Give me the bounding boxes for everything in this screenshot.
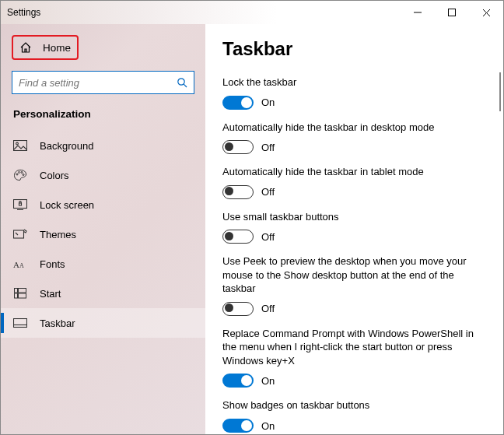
- svg-text:A: A: [19, 262, 24, 269]
- nav: Background Colors: [1, 131, 205, 338]
- toggle-state: Off: [261, 142, 275, 153]
- option: Automatically hide the taskbar in tablet…: [222, 165, 486, 199]
- toggle-switch[interactable]: [222, 96, 254, 110]
- close-button[interactable]: [469, 1, 503, 24]
- search-wrap: [12, 71, 194, 108]
- option-label: Use small taskbar buttons: [222, 210, 486, 224]
- body: Home Personalization: [1, 24, 503, 434]
- option: Show badges on taskbar buttonsOn: [222, 398, 486, 433]
- sidebar-item-start[interactable]: Start: [1, 279, 205, 308]
- svg-line-5: [184, 84, 187, 87]
- toggle-state: On: [261, 420, 275, 432]
- svg-point-4: [178, 79, 184, 85]
- sidebar-item-lock-screen[interactable]: Lock screen: [1, 190, 205, 219]
- svg-rect-1: [449, 9, 456, 16]
- option-label: Automatically hide the taskbar in tablet…: [222, 165, 486, 179]
- option-label: Automatically hide the taskbar in deskto…: [222, 121, 486, 135]
- home-label: Home: [43, 42, 71, 54]
- option: Replace Command Prompt with Windows Powe…: [222, 327, 486, 388]
- sidebar-item-label: Taskbar: [40, 317, 75, 329]
- lock-screen-icon: [13, 198, 27, 212]
- fonts-icon: AA: [13, 257, 27, 271]
- option: Lock the taskbarOn: [222, 75, 486, 110]
- home-button[interactable]: Home: [12, 35, 79, 60]
- home-icon: [19, 41, 32, 54]
- toggle-switch[interactable]: [222, 374, 254, 388]
- search-box[interactable]: [12, 71, 194, 94]
- toggle-row: Off: [222, 185, 486, 199]
- toggle-switch[interactable]: [222, 230, 254, 244]
- sidebar-item-themes[interactable]: Themes: [1, 219, 205, 249]
- svg-point-8: [16, 174, 18, 175]
- scrollbar[interactable]: [499, 72, 501, 111]
- titlebar: Settings: [1, 1, 503, 24]
- sidebar-item-background[interactable]: Background: [1, 131, 205, 160]
- svg-point-10: [21, 172, 23, 174]
- window-title: Settings: [7, 7, 40, 18]
- svg-rect-6: [14, 141, 27, 151]
- sidebar-item-taskbar[interactable]: Taskbar: [1, 308, 205, 338]
- option: Use Peek to preview the desktop when you…: [222, 254, 486, 316]
- toggle-row: Off: [222, 230, 486, 244]
- start-icon: [13, 286, 27, 300]
- svg-rect-22: [14, 319, 27, 328]
- sidebar-item-fonts[interactable]: AA Fonts: [1, 249, 205, 279]
- toggle-row: On: [222, 96, 486, 110]
- toggle-switch[interactable]: [222, 302, 254, 316]
- toggle-switch[interactable]: [222, 185, 254, 199]
- toggle-state: Off: [261, 303, 275, 314]
- section-title: Personalization: [12, 108, 194, 120]
- svg-rect-20: [15, 293, 18, 298]
- svg-point-9: [19, 172, 20, 174]
- svg-text:A: A: [13, 260, 19, 269]
- palette-icon: [13, 168, 27, 182]
- toggle-switch[interactable]: [222, 140, 254, 154]
- toggle-state: On: [261, 375, 275, 387]
- option: Use small taskbar buttonsOff: [222, 210, 486, 244]
- maximize-button[interactable]: [435, 1, 469, 24]
- svg-rect-15: [14, 230, 24, 238]
- sidebar: Home Personalization: [1, 24, 205, 434]
- toggle-state: On: [261, 96, 275, 108]
- toggle-switch[interactable]: [222, 419, 254, 433]
- svg-rect-14: [19, 203, 22, 205]
- minimize-button[interactable]: [401, 1, 435, 24]
- svg-point-11: [23, 174, 24, 176]
- toggle-row: Off: [222, 140, 486, 154]
- sidebar-item-label: Start: [40, 288, 61, 300]
- themes-icon: [13, 227, 27, 241]
- option-label: Show badges on taskbar buttons: [222, 398, 486, 412]
- sidebar-item-label: Background: [40, 140, 93, 152]
- toggle-row: Off: [222, 302, 486, 316]
- option-label: Use Peek to preview the desktop when you…: [222, 254, 486, 296]
- taskbar-icon: [13, 316, 27, 330]
- image-icon: [13, 139, 27, 153]
- svg-rect-19: [19, 289, 26, 293]
- settings-window: Settings Home: [0, 0, 504, 435]
- svg-rect-21: [19, 293, 26, 298]
- sidebar-item-label: Fonts: [40, 258, 65, 270]
- search-input[interactable]: [19, 77, 177, 89]
- option-label: Lock the taskbar: [222, 75, 486, 89]
- page-heading: Taskbar: [222, 38, 486, 60]
- sidebar-item-label: Lock screen: [40, 199, 94, 211]
- sidebar-item-label: Themes: [40, 229, 76, 240]
- svg-rect-18: [15, 289, 18, 293]
- toggle-row: On: [222, 419, 486, 433]
- window-controls: [401, 1, 503, 24]
- option: Automatically hide the taskbar in deskto…: [222, 121, 486, 155]
- sidebar-item-label: Colors: [40, 170, 69, 181]
- option-label: Replace Command Prompt with Windows Powe…: [222, 327, 486, 368]
- toggle-state: Off: [261, 186, 275, 198]
- search-icon: [177, 77, 187, 88]
- toggle-row: On: [222, 374, 486, 388]
- svg-point-7: [16, 142, 19, 145]
- sidebar-item-colors[interactable]: Colors: [1, 160, 205, 190]
- content: Taskbar Lock the taskbarOnAutomatically …: [205, 24, 503, 434]
- toggle-state: Off: [261, 231, 275, 243]
